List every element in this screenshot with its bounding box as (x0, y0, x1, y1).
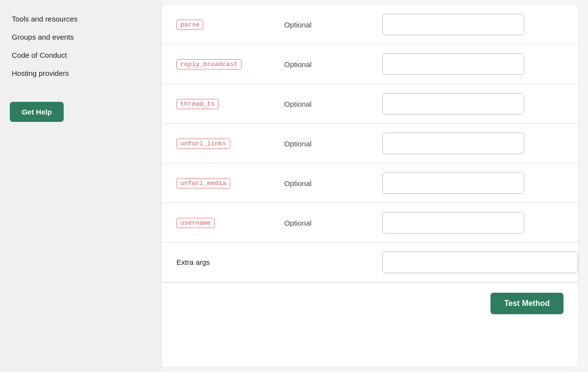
unfurl-links-input[interactable] (382, 133, 524, 154)
form-row-unfurl-links: unfurl_links Optional (162, 124, 578, 163)
unfurl-media-input[interactable] (382, 172, 524, 194)
input-col-unfurl-media (382, 172, 564, 194)
param-badge-unfurl-media: unfurl_media (176, 178, 230, 188)
param-col: unfurl_media (176, 178, 284, 188)
test-method-button[interactable]: Test Method (490, 293, 564, 314)
required-col-unfurl-media: Optional (284, 179, 382, 187)
param-col: unfurl_links (176, 139, 284, 149)
parse-input[interactable] (382, 14, 524, 35)
param-badge-reply-broadcast: reply_broadcast (176, 59, 242, 70)
form-row-parse: parse Optional (162, 5, 578, 45)
username-input[interactable] (382, 212, 524, 233)
action-row: Test Method (162, 282, 578, 329)
required-col-thread-ts: Optional (284, 100, 382, 108)
required-col-reply-broadcast: Optional (284, 60, 382, 69)
required-label-unfurl-links: Optional (284, 140, 312, 148)
input-col-parse (382, 14, 564, 35)
param-col: reply_broadcast (176, 59, 284, 70)
sidebar-nav: Tools and resources Groups and events Co… (10, 10, 152, 82)
input-col-unfurl-links (382, 133, 564, 154)
input-col-username (382, 212, 564, 233)
required-col-unfurl-links: Optional (284, 140, 382, 148)
get-help-button[interactable]: Get Help (10, 102, 64, 122)
thread-ts-input[interactable] (382, 93, 524, 115)
form-row-unfurl-media: unfurl_media Optional (162, 163, 578, 203)
sidebar-item-groups[interactable]: Groups and events (10, 28, 152, 46)
reply-broadcast-input[interactable] (382, 53, 524, 75)
form-row-extra-args: Extra args (162, 243, 578, 282)
required-col-parse: Optional (284, 21, 382, 29)
extra-args-label-col: Extra args (176, 258, 284, 267)
form-row-reply-broadcast: reply_broadcast Optional (162, 45, 578, 84)
sidebar: Tools and resources Groups and events Co… (0, 0, 162, 372)
required-label-parse: Optional (284, 21, 312, 29)
required-label-username: Optional (284, 219, 312, 227)
param-badge-parse: parse (176, 20, 203, 30)
sidebar-item-conduct[interactable]: Code of Conduct (10, 46, 152, 64)
input-col-thread-ts (382, 93, 564, 115)
param-badge-thread-ts: thread_ts (176, 99, 219, 109)
extra-args-input-col (382, 252, 578, 273)
required-col-username: Optional (284, 219, 382, 227)
extra-args-label: Extra args (176, 258, 210, 266)
extra-args-input[interactable] (382, 252, 578, 273)
required-label-unfurl-media: Optional (284, 179, 312, 187)
sidebar-item-hosting[interactable]: Hosting providers (10, 64, 152, 82)
input-col-reply-broadcast (382, 53, 564, 75)
param-badge-username: username (176, 218, 215, 228)
param-badge-unfurl-links: unfurl_links (176, 139, 230, 149)
required-label-reply-broadcast: Optional (284, 60, 312, 69)
param-col: username (176, 218, 284, 228)
required-label-thread-ts: Optional (284, 100, 312, 108)
form-row-thread-ts: thread_ts Optional (162, 84, 578, 124)
form-row-username: username Optional (162, 203, 578, 243)
param-col: parse (176, 20, 284, 30)
param-col: thread_ts (176, 99, 284, 109)
sidebar-item-tools[interactable]: Tools and resources (10, 10, 152, 28)
main-content: parse Optional reply_broadcast Optional … (162, 5, 578, 367)
